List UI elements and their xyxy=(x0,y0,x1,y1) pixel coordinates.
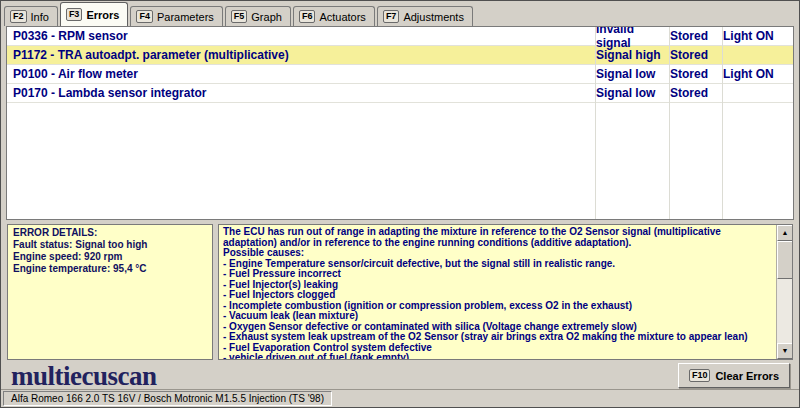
tab-label: Parameters xyxy=(157,11,214,23)
error-status: Signal low xyxy=(596,86,670,100)
error-code: P1172 - TRA autoadpt. parameter (multipl… xyxy=(7,48,596,62)
tab-label: Adjustments xyxy=(403,11,464,23)
error-row[interactable]: P0100 - Air flow meter Signal low Stored… xyxy=(7,65,793,84)
error-light: Light ON xyxy=(723,67,793,81)
column-divider xyxy=(595,27,596,219)
tab-errors[interactable]: F3 Errors xyxy=(60,2,129,26)
error-list: P0336 - RPM sensor Invalid signal Stored… xyxy=(6,26,794,220)
error-status: Signal low xyxy=(596,67,670,81)
fkey-badge: F5 xyxy=(231,10,248,23)
scrollbar-thumb[interactable] xyxy=(777,241,793,279)
tab-label: Graph xyxy=(251,11,282,23)
tab-actuators[interactable]: F6 Actuators xyxy=(293,6,375,26)
error-details-panel: ERROR DETAILS: Fault status: Signal too … xyxy=(7,224,213,360)
error-status: Signal high xyxy=(596,48,670,62)
error-details-title: ERROR DETAILS: xyxy=(13,227,207,239)
scroll-down-icon[interactable]: ▼ xyxy=(777,343,793,359)
tab-label: Info xyxy=(31,11,49,23)
error-status: Invalid signal xyxy=(596,26,670,50)
column-divider xyxy=(722,27,723,219)
error-code: P0100 - Air flow meter xyxy=(7,67,596,81)
engine-speed: Engine speed: 920 rpm xyxy=(13,251,207,263)
tab-label: Actuators xyxy=(319,11,365,23)
tab-graph[interactable]: F5 Graph xyxy=(225,6,291,26)
error-stored: Stored xyxy=(670,67,723,81)
tab-info[interactable]: F2 Info xyxy=(4,6,58,26)
vehicle-info: Alfa Romeo 166 2.0 TS 16V / Bosch Motron… xyxy=(3,391,332,406)
fkey-badge: F10 xyxy=(689,369,711,382)
error-stored: Stored xyxy=(670,29,723,43)
clear-errors-label: Clear Errors xyxy=(715,370,779,382)
error-stored: Stored xyxy=(670,86,723,100)
error-code: P0170 - Lambda sensor integrator xyxy=(7,86,596,100)
fkey-badge: F7 xyxy=(383,10,400,23)
error-row[interactable]: P0170 - Lambda sensor integrator Signal … xyxy=(7,84,793,103)
status-bar: Alfa Romeo 166 2.0 TS 16V / Bosch Motron… xyxy=(1,389,799,407)
scroll-up-icon[interactable]: ▲ xyxy=(777,225,793,241)
column-divider xyxy=(669,27,670,219)
error-row-selected[interactable]: P1172 - TRA autoadpt. parameter (multipl… xyxy=(7,46,793,65)
error-description-text: The ECU has run out of range in adapting… xyxy=(219,225,776,359)
error-code: P0336 - RPM sensor xyxy=(7,29,596,43)
tab-label: Errors xyxy=(86,9,119,21)
error-stored: Stored xyxy=(670,48,723,62)
clear-errors-button[interactable]: F10 Clear Errors xyxy=(678,363,790,388)
scrollbar[interactable]: ▲ ▼ xyxy=(776,225,792,359)
fkey-badge: F3 xyxy=(66,8,83,21)
error-row[interactable]: P0336 - RPM sensor Invalid signal Stored… xyxy=(7,27,793,46)
fkey-badge: F6 xyxy=(299,10,316,23)
engine-temperature: Engine temperature: 95,4 °C xyxy=(13,263,207,275)
tab-parameters[interactable]: F4 Parameters xyxy=(130,6,222,26)
error-description-panel: The ECU has run out of range in adapting… xyxy=(218,224,793,360)
fault-status: Fault status: Signal too high xyxy=(13,239,207,251)
error-light: Light ON xyxy=(723,29,793,43)
fkey-badge: F2 xyxy=(10,10,27,23)
app-logo: multiecuscan xyxy=(11,361,157,392)
fkey-badge: F4 xyxy=(136,10,153,23)
tab-adjustments[interactable]: F7 Adjustments xyxy=(377,6,473,26)
tab-bar: F2 Info F3 Errors F4 Parameters F5 Graph… xyxy=(1,1,799,26)
